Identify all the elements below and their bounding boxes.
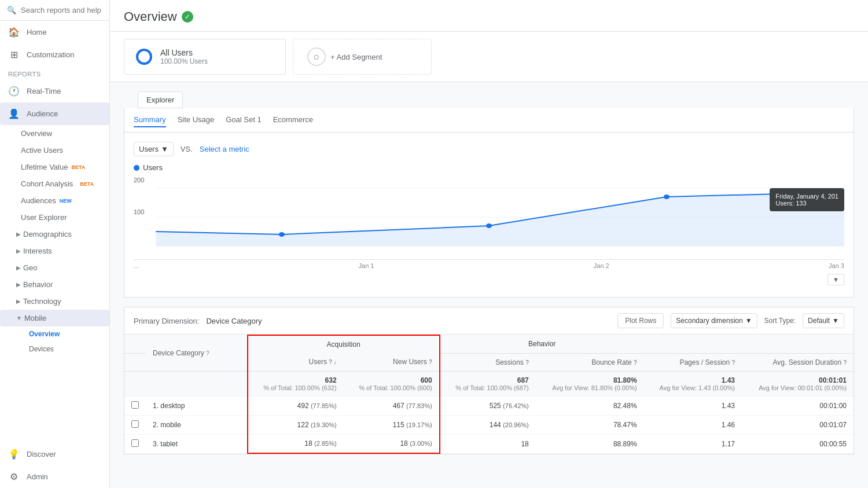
admin-icon: ⚙ [8, 471, 20, 482]
dropdown-icon-sort: ▼ [832, 317, 839, 325]
total-row: 632 % of Total: 100.00% (632) 600 % of T… [124, 371, 854, 396]
audience-icon: 👤 [8, 108, 20, 119]
device-category-link-3[interactable]: tablet [160, 440, 177, 448]
checkbox-header [124, 335, 146, 353]
tab-site-usage[interactable]: Site Usage [178, 113, 215, 127]
search-icon: 🔍 [7, 6, 16, 14]
sidebar-item-behavior[interactable]: ▶ Behavior [0, 276, 109, 293]
segment-bar: All Users 100.00% Users ○ + Add Segment [110, 32, 868, 82]
table-controls: Primary Dimension: Device Category Plot … [124, 307, 854, 335]
segment-info: All Users 100.00% Users [160, 48, 208, 65]
sidebar-item-home[interactable]: 🏠 Home [0, 21, 109, 43]
line-chart-container: 200 100 [134, 177, 844, 259]
sidebar-item-active-users[interactable]: Active Users [0, 142, 109, 159]
reports-label: REPORTS [0, 66, 109, 80]
sidebar-item-geo[interactable]: ▶ Geo [0, 259, 109, 276]
new-badge-audiences: NEW [60, 198, 72, 204]
table-row: 3. tablet 18 (2.85%) 18 (3.00%) 18 88.89… [124, 434, 854, 453]
table-row: 1. desktop 492 (77.85%) 467 (77.83%) 5 [124, 396, 854, 415]
sidebar-item-devices[interactable]: Devices [0, 342, 109, 357]
clock-icon: 🕐 [8, 86, 20, 97]
svg-point-1 [137, 50, 151, 64]
add-segment-button[interactable]: ○ + Add Segment [293, 39, 432, 75]
main-content: Overview ✓ All Users 100.00% Users ○ + A… [110, 0, 868, 488]
metric-select[interactable]: Users ▼ [134, 142, 174, 156]
tab-goal-set[interactable]: Goal Set 1 [226, 113, 261, 127]
beta-badge-lifetime: BETA [71, 164, 85, 170]
sidebar-item-audiences[interactable]: Audiences NEW [0, 192, 109, 209]
svg-point-6 [279, 232, 285, 237]
chevron-down-icon-geo: ▶ [16, 265, 21, 271]
tab-summary[interactable]: Summary [134, 113, 166, 127]
home-icon: 🏠 [8, 27, 20, 38]
chart-x-axis: ... Jan 1 Jan 2 Jan 3 [134, 259, 844, 271]
checkbox-col [124, 353, 146, 371]
customization-icon: ⊞ [8, 49, 20, 60]
all-users-segment[interactable]: All Users 100.00% Users [124, 39, 286, 75]
select-metric-link[interactable]: Select a metric [200, 145, 249, 153]
pages-session-header[interactable]: Pages / Session ? [644, 353, 742, 371]
device-category-link-1[interactable]: desktop [160, 402, 185, 410]
verified-icon: ✓ [182, 11, 193, 23]
bounce-rate-header[interactable]: Bounce Rate ? [536, 353, 644, 371]
dropdown-icon: ▼ [745, 317, 752, 325]
chevron-down-icon-mobile: ▼ [16, 315, 22, 321]
sidebar-item-mobile[interactable]: ▼ Mobile [0, 310, 109, 326]
svg-point-8 [664, 195, 670, 199]
sidebar-item-realtime[interactable]: 🕐 Real-Time [0, 80, 109, 102]
chevron-down-icon-interests: ▶ [16, 248, 21, 254]
dropdown-arrow-icon: ▼ [161, 145, 168, 153]
row-checkbox-2[interactable] [131, 420, 139, 428]
content-area: Summary Site Usage Goal Set 1 Ecommerce … [110, 108, 868, 468]
chart-tooltip: Friday, January 4, 201 Users: 133 [770, 188, 844, 211]
sidebar-item-user-explorer[interactable]: User Explorer [0, 209, 109, 226]
sidebar-item-overview[interactable]: Overview [0, 125, 109, 142]
sidebar-item-audience[interactable]: 👤 Audience [0, 102, 109, 125]
chart-legend: Users [134, 163, 844, 172]
legend-dot [134, 165, 139, 171]
svg-point-7 [486, 223, 492, 228]
secondary-dimension-select[interactable]: Secondary dimension ▼ [671, 313, 757, 328]
sidebar-item-cohort-analysis[interactable]: Cohort Analysis BETA [0, 175, 109, 192]
tab-ecommerce[interactable]: Ecommerce [273, 113, 313, 127]
sidebar-item-lifetime-value[interactable]: Lifetime Value BETA [0, 159, 109, 175]
scroll-button[interactable]: ▼ [827, 274, 844, 285]
sidebar-item-discover[interactable]: 💡 Discover [0, 443, 109, 465]
data-table: Device Category ? Acquisition Behavior U… [124, 335, 854, 454]
row-checkbox-3[interactable] [131, 439, 139, 447]
sidebar-item-technology[interactable]: ▶ Technology [0, 293, 109, 310]
line-chart-svg [134, 177, 844, 258]
main-header: Overview ✓ [110, 0, 868, 32]
sidebar-item-customization[interactable]: ⊞ Customization [0, 43, 109, 66]
device-category-header[interactable]: Device Category ? [146, 335, 248, 371]
metric-tabs: Summary Site Usage Goal Set 1 Ecommerce [124, 108, 854, 133]
chart-controls: Users ▼ VS. Select a metric [134, 142, 844, 156]
device-category-link-2[interactable]: mobile [160, 421, 181, 429]
donut-chart [134, 46, 155, 67]
behavior-header: Behavior [440, 335, 644, 353]
chevron-down-icon-demographics: ▶ [16, 231, 21, 237]
sidebar-item-mobile-overview[interactable]: Overview [0, 326, 109, 342]
sidebar-item-admin[interactable]: ⚙ Admin [0, 465, 109, 488]
sessions-header[interactable]: Sessions ? [440, 353, 536, 371]
users-header[interactable]: Users ? ↓ [248, 353, 344, 371]
sidebar-item-interests[interactable]: ▶ Interests [0, 243, 109, 259]
acquisition-header: Acquisition [248, 335, 440, 353]
plot-rows-button[interactable]: Plot Rows [617, 313, 664, 328]
sidebar-item-demographics[interactable]: ▶ Demographics [0, 226, 109, 243]
discover-icon: 💡 [8, 449, 20, 460]
search-input[interactable] [21, 6, 102, 14]
chart-area: Users ▼ VS. Select a metric Users 200 10… [124, 133, 854, 298]
page-title: Overview ✓ [124, 9, 854, 24]
row-checkbox-1[interactable] [131, 401, 139, 409]
chart-scroll-control: ▼ [134, 271, 844, 288]
explorer-tab[interactable]: Explorer [138, 91, 183, 108]
add-icon: ○ [307, 47, 326, 66]
sort-type-select[interactable]: Default ▼ [803, 313, 844, 328]
avg-session-header[interactable]: Avg. Session Duration ? [742, 353, 854, 371]
table-row: 2. mobile 122 (19.30%) 115 (19.17%) 14 [124, 415, 854, 434]
beta-badge-cohort: BETA [80, 181, 94, 187]
search-bar[interactable]: 🔍 [0, 0, 109, 21]
chevron-down-icon-technology: ▶ [16, 298, 21, 304]
new-users-header[interactable]: New Users ? [344, 353, 440, 371]
